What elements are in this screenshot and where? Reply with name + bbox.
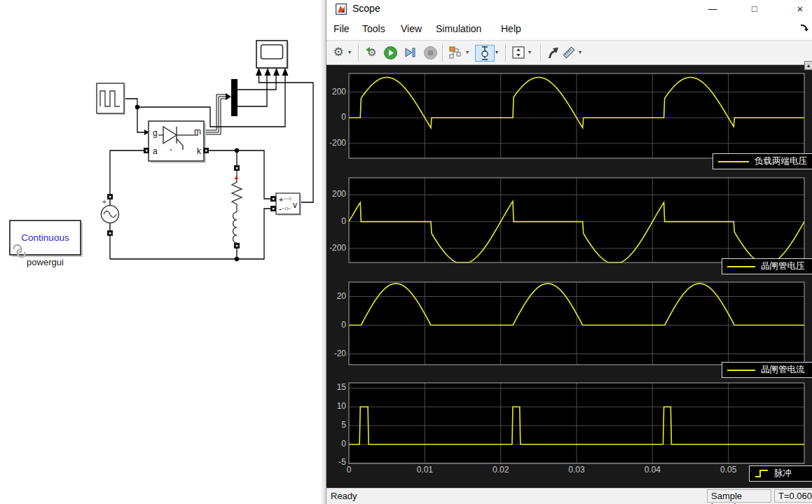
legend-pulse[interactable]: 脉冲 [749, 465, 812, 482]
menu-tools[interactable]: Tools [362, 23, 385, 34]
update-arrow-button[interactable] [545, 45, 560, 60]
measurements-button[interactable] [561, 45, 577, 60]
scope-panel-3 [349, 282, 804, 365]
legend-thyristor-current[interactable]: 晶闸管电流 [722, 362, 812, 378]
load-plus-label: + [234, 174, 238, 182]
legend-label: 脉冲 [774, 468, 792, 479]
y-tick-label: 0 [326, 320, 346, 330]
play-icon [384, 46, 397, 59]
step-forward-button[interactable] [402, 45, 418, 60]
toolbar-separator [358, 43, 359, 62]
y-tick-label: 20 [326, 291, 346, 301]
bold-up-arrow-icon [546, 46, 560, 59]
x-tick-label: 0.03 [561, 465, 592, 475]
scope-plot-region: 负载两端电压 晶闸管电压 晶闸管电流 脉冲 2000-2002000-20020… [326, 65, 812, 488]
port-label-m: m [194, 127, 201, 136]
simulink-model-canvas[interactable]: g a m k [0, 0, 326, 504]
scope-plots [326, 65, 812, 488]
voltmeter-v-label: v [293, 200, 297, 210]
scope-window: Scope — □ × File Tools View Simulation H… [326, 0, 812, 504]
minimize-button[interactable]: — [697, 0, 728, 18]
y-tick-label: -200 [326, 138, 346, 148]
inductor-icon [233, 212, 238, 243]
measurements-caret-icon[interactable]: ▾ [579, 49, 582, 55]
step-forward-icon [404, 46, 416, 59]
scope-window-icon [336, 4, 347, 15]
trigger-button[interactable] [475, 45, 495, 62]
maximize-button[interactable]: □ [739, 0, 770, 18]
port-label-g: g [153, 128, 158, 138]
window-shadow [320, 0, 326, 504]
source-plus-label: + [102, 198, 106, 206]
legend-line-icon [718, 161, 749, 162]
port-label-k: k [197, 146, 202, 156]
run-button[interactable] [383, 45, 398, 60]
legend-load-voltage[interactable]: 负载两端电压 [713, 153, 812, 169]
status-sample-mode: Sample based [707, 489, 771, 503]
toolbar-separator [442, 43, 443, 62]
legend-step-icon [755, 469, 769, 478]
scope-panel-1 [349, 74, 804, 158]
y-tick-label: -200 [326, 243, 346, 253]
x-tick-label: 0 [333, 465, 364, 475]
menubar: File Tools View Simulation Help [326, 18, 812, 41]
toolbar-separator [505, 43, 507, 62]
x-tick-label: 0.05 [713, 465, 744, 475]
trigger-caret-icon[interactable]: ▾ [495, 49, 498, 55]
highlight-simulink-block-button[interactable]: ⚙ [364, 45, 380, 60]
toolbar-separator [540, 43, 542, 62]
scope-screen-icon [261, 45, 283, 59]
y-tick-label: 0 [326, 439, 346, 449]
thyristor-block[interactable]: g a m k [149, 121, 206, 163]
legend-label: 晶闸管电压 [761, 260, 805, 272]
powergui-name-label: powergui [27, 257, 64, 267]
status-ready: Ready [331, 491, 357, 501]
axes-scaling-icon [511, 46, 525, 59]
thyristor-m-bundle-wire [204, 94, 226, 134]
status-sim-time: T=0.060 [774, 489, 812, 503]
menu-file[interactable]: File [333, 23, 350, 34]
series-rl-load-block[interactable]: + [232, 171, 242, 243]
settings-caret-icon[interactable]: ▾ [348, 49, 351, 55]
y-tick-label: 200 [326, 87, 346, 97]
axes-scaling-button[interactable] [511, 45, 526, 60]
settings-gear-button[interactable]: ⚙ [331, 45, 346, 60]
scroll-top-button[interactable]: ▲ [804, 61, 812, 70]
scope-panel-2 [349, 178, 804, 262]
titlebar[interactable]: Scope — □ × [326, 0, 812, 18]
y-tick-label: 200 [326, 189, 346, 199]
voltmeter-plus-label: + [279, 195, 283, 204]
close-button[interactable]: × [785, 0, 812, 18]
y-tick-label: 15 [326, 382, 346, 392]
voltmeter-minus-label: - [279, 204, 282, 214]
menu-simulation[interactable]: Simulation [436, 23, 481, 34]
x-tick-label: 0.01 [409, 465, 440, 475]
green-back-arrow-icon [364, 46, 371, 53]
signals-config-icon [448, 46, 462, 59]
y-tick-label: 5 [326, 420, 346, 430]
configure-signals-button[interactable] [448, 45, 463, 60]
powergui-mode-label: Continuous [21, 232, 69, 243]
menu-view[interactable]: View [401, 23, 422, 34]
menu-help[interactable]: Help [501, 23, 521, 34]
powergui-block[interactable]: Continuous [10, 220, 83, 257]
dock-arrow-icon[interactable] [800, 22, 810, 32]
screenshot-root: g a m k [0, 0, 812, 504]
scope-panel-4 [349, 383, 804, 463]
legend-thyristor-voltage[interactable]: 晶闸管电压 [722, 258, 812, 274]
thyristor-dot-icon [170, 149, 172, 150]
electrical-wires [110, 150, 270, 259]
demux-input-arrow-icon [226, 93, 231, 100]
toolbar: ⚙ ▾ ⚙ [326, 41, 812, 65]
ruler-icon [562, 46, 576, 59]
legend-label: 晶闸管电流 [761, 364, 805, 376]
signals-caret-icon[interactable]: ▾ [466, 49, 469, 55]
stop-button[interactable] [422, 45, 438, 60]
x-tick-label: 0.04 [637, 465, 668, 475]
voltage-measurement-block[interactable]: + - v [276, 193, 301, 216]
scope-block[interactable] [256, 41, 289, 76]
window-title: Scope [352, 3, 380, 14]
pulse-generator-block[interactable] [97, 83, 125, 115]
axes-scaling-caret-icon[interactable]: ▾ [528, 49, 531, 55]
demux-block[interactable] [231, 79, 238, 116]
